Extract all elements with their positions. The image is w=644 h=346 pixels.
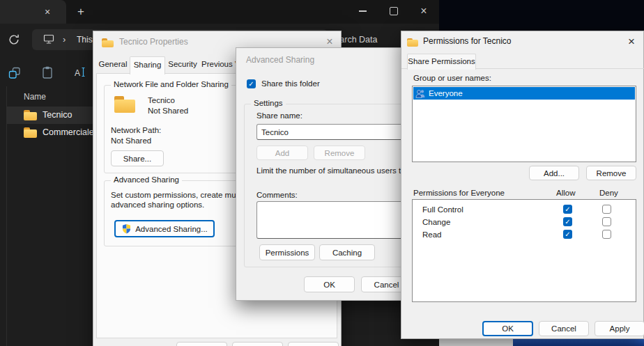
share-permissions-button[interactable]: Permissions xyxy=(259,244,315,260)
apply-button[interactable]: Apply xyxy=(595,321,644,336)
remove-share-button[interactable]: Remove xyxy=(314,146,365,160)
users-icon xyxy=(415,89,426,98)
read-allow-checkbox[interactable] xyxy=(563,230,572,239)
minimize-icon xyxy=(359,10,367,12)
list-item-label: Commerciale xyxy=(43,127,94,137)
uac-shield-icon xyxy=(121,223,132,234)
group-title: Advanced Sharing xyxy=(111,175,182,184)
full-control-deny-checkbox[interactable] xyxy=(602,205,611,214)
permissions-listbox[interactable]: Full Control Change Read xyxy=(412,199,636,302)
minimize-button[interactable] xyxy=(352,2,373,20)
refresh-icon xyxy=(8,33,20,46)
close-icon: × xyxy=(420,5,427,17)
properties-cancel-button[interactable] xyxy=(232,342,283,346)
group-title: Settings xyxy=(251,99,286,107)
comments-textarea[interactable] xyxy=(256,201,411,239)
close-icon[interactable]: × xyxy=(623,33,640,50)
tab-security[interactable]: Security xyxy=(165,60,200,73)
group-or-user-names-label: Group or user names: xyxy=(413,74,491,82)
settings-group: Settings Share name: Tecnico Add Remove … xyxy=(244,104,418,267)
permission-name: Full Control xyxy=(422,205,463,214)
deny-header: Deny xyxy=(599,189,618,197)
paste-icon xyxy=(40,65,54,80)
tab-sharing[interactable]: Sharing xyxy=(130,56,165,74)
dialog-title: Advanced Sharing xyxy=(246,55,314,65)
group-title: Network File and Folder Sharing xyxy=(111,80,231,88)
name-column-header[interactable]: Name xyxy=(24,92,46,102)
permission-name: Change xyxy=(422,218,450,226)
share-this-folder-checkbox[interactable] xyxy=(247,79,256,88)
folder-icon xyxy=(24,110,37,120)
share-name-label: Share name: xyxy=(256,111,302,120)
permission-name: Read xyxy=(422,230,442,239)
tab-general[interactable]: General xyxy=(96,60,130,73)
ok-button[interactable]: OK xyxy=(482,321,533,336)
share-this-folder-label: Share this folder xyxy=(261,79,320,88)
svg-text:A: A xyxy=(75,68,80,78)
advanced-sharing-button-label: Advanced Sharing... xyxy=(135,225,208,233)
close-glyph: × xyxy=(628,35,635,49)
share-name-value: Tecnico xyxy=(261,128,289,136)
explorer-active-tab[interactable] xyxy=(0,0,66,24)
list-item[interactable]: Everyone xyxy=(413,87,635,100)
comments-label: Comments: xyxy=(256,191,298,199)
list-item-label: Everyone xyxy=(429,89,463,97)
this-pc-icon xyxy=(43,34,54,45)
advanced-ok-button[interactable]: OK xyxy=(304,276,355,292)
folder-icon xyxy=(407,38,418,47)
permissions-dialog: Permissions for Tecnico × Share Permissi… xyxy=(401,31,644,339)
caching-button[interactable]: Caching xyxy=(319,244,375,260)
folder-icon xyxy=(114,96,135,113)
add-share-button[interactable]: Add xyxy=(256,146,308,160)
copy-button[interactable] xyxy=(7,65,22,81)
close-button[interactable]: × xyxy=(413,2,434,20)
read-deny-checkbox[interactable] xyxy=(602,230,611,239)
limit-users-label: Limit the number of simultaneous users t… xyxy=(256,166,408,175)
advanced-description-line2: advanced sharing options. xyxy=(111,200,204,209)
network-path-label: Network Path: xyxy=(111,126,161,134)
full-control-allow-checkbox[interactable] xyxy=(563,205,572,214)
cancel-button[interactable]: Cancel xyxy=(539,321,589,336)
remove-button[interactable]: Remove xyxy=(586,166,636,180)
share-name-input[interactable]: Tecnico xyxy=(256,124,411,140)
close-glyph: × xyxy=(326,36,332,48)
share-button[interactable]: Share... xyxy=(111,150,164,166)
permissions-for-label: Permissions for Everyone xyxy=(413,189,505,197)
share-item-status: Not Shared xyxy=(148,107,188,115)
new-tab-button[interactable]: + xyxy=(74,4,88,19)
share-item-name: Tecnico xyxy=(148,96,175,104)
properties-apply-button[interactable] xyxy=(288,342,339,346)
refresh-button[interactable] xyxy=(8,33,20,46)
screen: × + × › This PC Search Data xyxy=(0,0,644,346)
rename-button[interactable]: A xyxy=(72,64,87,81)
list-item-label: Tecnico xyxy=(43,110,72,120)
paste-button[interactable] xyxy=(40,64,55,81)
advanced-sharing-button[interactable]: Advanced Sharing... xyxy=(114,220,215,237)
change-allow-checkbox[interactable] xyxy=(563,217,572,226)
add-button[interactable]: Add... xyxy=(529,166,579,180)
group-listbox[interactable]: Everyone xyxy=(412,86,636,162)
dialog-title: Tecnico Properties xyxy=(119,37,188,47)
change-deny-checkbox[interactable] xyxy=(602,217,611,226)
properties-ok-button[interactable] xyxy=(176,342,227,346)
background-window-strip xyxy=(439,338,514,346)
rename-icon: A xyxy=(72,65,87,79)
advanced-sharing-dialog: Advanced Sharing Share this folder Setti… xyxy=(236,47,425,301)
tab-close-icon[interactable]: × xyxy=(40,5,54,19)
allow-header: Allow xyxy=(556,189,575,197)
dialog-title: Permissions for Tecnico xyxy=(423,36,512,46)
copy-icon xyxy=(8,66,22,80)
maximize-icon xyxy=(390,7,398,15)
folder-icon xyxy=(24,127,37,138)
maximize-button[interactable] xyxy=(383,2,404,20)
network-path-value: Not Shared xyxy=(111,136,151,145)
chevron-right-icon: › xyxy=(63,34,66,45)
tab-share-permissions[interactable]: Share Permissions xyxy=(407,54,476,70)
folder-icon xyxy=(102,38,114,47)
